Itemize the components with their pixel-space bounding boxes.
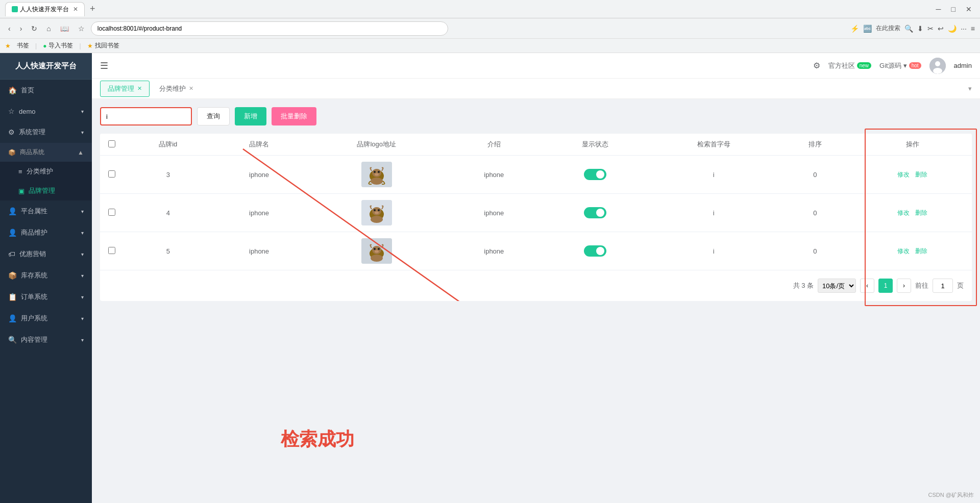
bookmark-1[interactable]: 书签 xyxy=(17,41,29,50)
tab-close-icon[interactable]: ✕ xyxy=(73,6,78,13)
cell-status-1 xyxy=(541,156,650,194)
select-all-checkbox[interactable] xyxy=(108,140,115,147)
topbar: ☰ ⚙ 官方社区 new Git源码 ▾ hot xyxy=(92,53,980,79)
new-tab-button[interactable]: + xyxy=(87,4,99,14)
table-row: 3 iphone xyxy=(100,156,972,194)
tab-category-close-icon[interactable]: ✕ xyxy=(189,85,193,92)
sidebar-content-label: 内容管理 xyxy=(21,335,47,344)
download-icon[interactable]: ⬇ xyxy=(917,24,923,33)
tab-brand-management[interactable]: 品牌管理 ✕ xyxy=(100,81,150,97)
row-checkbox-2[interactable] xyxy=(108,209,115,216)
close-window-button[interactable]: ✕ xyxy=(963,3,975,15)
sidebar-item-goods[interactable]: 📦 商品系统 ▲ xyxy=(0,143,92,162)
svg-point-8 xyxy=(375,173,379,176)
sidebar-item-product[interactable]: 👤 商品维护 ▾ xyxy=(0,222,92,243)
menu-icon[interactable]: ≡ xyxy=(971,24,975,33)
sidebar-item-order[interactable]: 📋 订单系统 ▾ xyxy=(0,286,92,308)
address-text: localhost:8001/#/product-brand xyxy=(97,25,182,32)
minimize-button[interactable]: ─ xyxy=(933,3,944,15)
goods-icon: 📦 xyxy=(8,149,16,156)
sidebar-item-demo[interactable]: ☆ demo ▾ xyxy=(0,101,92,121)
cell-action-1: 修改 删除 xyxy=(853,156,972,194)
sidebar-item-inventory[interactable]: 📦 库存系统 ▾ xyxy=(0,265,92,286)
gear-icon: ⚙ xyxy=(813,61,820,70)
query-button[interactable]: 查询 xyxy=(197,107,230,125)
tab-category[interactable]: 分类维护 ✕ xyxy=(152,81,201,97)
col-header-logo: 品牌logo地址 xyxy=(306,134,448,156)
address-bar[interactable]: localhost:8001/#/product-brand xyxy=(91,21,448,36)
search-bar: 查询 新增 批量删除 xyxy=(100,107,972,125)
cell-id-3: 5 xyxy=(124,232,213,270)
bookmark-find[interactable]: ★ 找回书签 xyxy=(87,41,119,50)
gitcode-label: Git源码 xyxy=(879,61,901,70)
promo-arrow-icon: ▾ xyxy=(81,252,84,257)
active-tab[interactable]: 人人快速开发平台 ✕ xyxy=(5,2,85,16)
night-icon[interactable]: 🌙 xyxy=(948,24,957,33)
table-row: 4 iphone xyxy=(100,194,972,232)
sidebar-brand-label: 品牌管理 xyxy=(29,186,55,195)
sidebar-item-promo[interactable]: 🏷 优惠营销 ▾ xyxy=(0,243,92,265)
cell-id-2: 4 xyxy=(124,194,213,232)
total-count: 共 3 条 xyxy=(793,281,814,290)
sidebar-item-platform[interactable]: 👤 平台属性 ▾ xyxy=(0,200,92,222)
gitcode-badge: hot xyxy=(909,62,921,69)
sidebar-item-content[interactable]: 🔍 内容管理 ▾ xyxy=(0,329,92,350)
sidebar-home-label: 首页 xyxy=(21,86,34,95)
brand-logo-2 xyxy=(361,200,392,225)
gitcode-link[interactable]: Git源码 ▾ hot xyxy=(879,61,921,70)
edit-link-1[interactable]: 修改 xyxy=(897,171,910,178)
table-wrapper: 品牌id 品牌名 品牌logo地址 介绍 显示状态 检索首字母 排序 操作 xyxy=(100,134,972,301)
toggle-2[interactable] xyxy=(584,207,606,218)
row-checkbox-1[interactable] xyxy=(108,170,115,178)
back-button[interactable]: ‹ xyxy=(5,22,14,35)
star-button[interactable]: ☆ xyxy=(75,22,88,35)
svg-point-14 xyxy=(378,209,380,211)
user-arrow-icon: ▾ xyxy=(81,316,84,321)
delete-link-1[interactable]: 删除 xyxy=(915,171,927,178)
tab-brand-close-icon[interactable]: ✕ xyxy=(137,85,142,92)
page-input[interactable] xyxy=(933,279,953,293)
cell-letter-1: i xyxy=(650,156,777,194)
toggle-3[interactable] xyxy=(584,245,606,257)
sidebar-item-system[interactable]: ⚙ 系统管理 ▾ xyxy=(0,121,92,143)
brand-icon: ▣ xyxy=(18,187,24,195)
per-page-select[interactable]: 10条/页 20条/页 xyxy=(818,279,856,293)
menu-toggle-button[interactable]: ☰ xyxy=(100,60,108,71)
more-icon[interactable]: ··· xyxy=(961,24,967,33)
delete-link-2[interactable]: 删除 xyxy=(915,209,927,216)
restore-button[interactable]: □ xyxy=(948,3,959,15)
forward-button[interactable]: › xyxy=(17,22,26,35)
sidebar-item-brand[interactable]: ▣ 品牌管理 xyxy=(0,181,92,200)
bookmark-toggle-button[interactable]: 📖 xyxy=(57,22,72,35)
page-1-button[interactable]: 1 xyxy=(878,279,893,293)
browser-search-icon[interactable]: 🔍 xyxy=(904,24,913,33)
row-checkbox-3[interactable] xyxy=(108,247,115,254)
home-button[interactable]: ⌂ xyxy=(43,22,54,35)
search-input[interactable] xyxy=(100,107,192,125)
reload-button[interactable]: ↻ xyxy=(28,22,40,35)
tab-category-label: 分类维护 xyxy=(159,84,186,93)
category-icon: ≡ xyxy=(18,168,22,175)
col-header-name: 品牌名 xyxy=(213,134,306,156)
tabs-expand-button[interactable]: ▾ xyxy=(968,85,972,92)
edit-link-3[interactable]: 修改 xyxy=(897,247,910,255)
lightning-icon[interactable]: ⚡ xyxy=(850,24,859,33)
undo-icon[interactable]: ↩ xyxy=(938,24,944,33)
bookmark-import[interactable]: ● 导入书签 xyxy=(43,41,73,50)
toggle-1[interactable] xyxy=(584,169,606,180)
community-link[interactable]: 官方社区 new xyxy=(828,61,871,70)
edit-link-2[interactable]: 修改 xyxy=(897,209,910,216)
batch-delete-button[interactable]: 批量删除 xyxy=(272,107,316,125)
cell-status-2 xyxy=(541,194,650,232)
add-button[interactable]: 新增 xyxy=(235,107,266,125)
sidebar: 人人快速开发平台 🏠 首页 ☆ demo ▾ ⚙ 系统管理 ▾ 📦 商品系统 ▲… xyxy=(0,53,92,503)
next-page-button[interactable]: › xyxy=(897,279,911,293)
bookmark-separator: | xyxy=(35,42,37,49)
delete-link-3[interactable]: 删除 xyxy=(915,247,927,255)
translate-icon[interactable]: 🔤 xyxy=(863,24,872,33)
sidebar-item-home[interactable]: 🏠 首页 xyxy=(0,80,92,101)
prev-page-button[interactable]: ‹ xyxy=(860,279,874,293)
sidebar-item-category[interactable]: ≡ 分类维护 xyxy=(0,162,92,181)
sidebar-item-user[interactable]: 👤 用户系统 ▾ xyxy=(0,308,92,329)
cut-icon[interactable]: ✂ xyxy=(927,24,934,33)
